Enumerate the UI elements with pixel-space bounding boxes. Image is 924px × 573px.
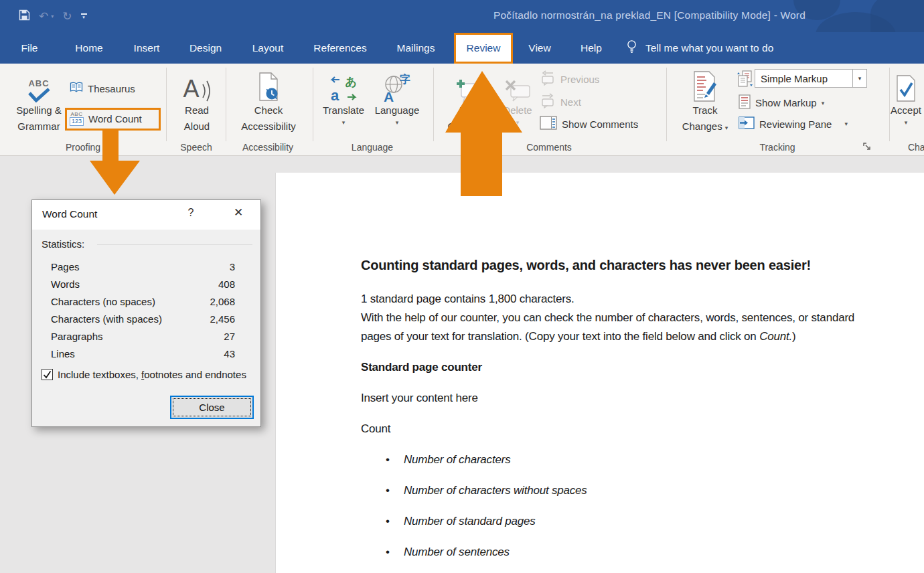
track-changes-icon (693, 67, 717, 102)
track-changes-dropdown-icon: ▾ (725, 125, 728, 131)
tab-file[interactable]: File (21, 32, 38, 64)
window-title: Počítadlo normostrán_na preklad_EN [Comp… (402, 9, 897, 21)
group-tracking: Tracking (759, 142, 795, 153)
show-markup-button[interactable]: Show Markup ▾ (739, 94, 824, 111)
group-speech: Speech (180, 142, 212, 153)
new-comment-button[interactable]: New Comment (443, 67, 495, 135)
doc-para1: 1 standard page contains 1,800 character… (361, 293, 574, 306)
word-count-highlight-box (65, 108, 161, 131)
read-aloud-label: Read (185, 102, 209, 118)
check-accessibility-label: Check (254, 102, 283, 118)
undo-icon[interactable]: ↶ (39, 11, 48, 22)
read-aloud-icon: A (183, 67, 210, 102)
ribbon-tab-row: File Home Insert Design Layout Reference… (0, 32, 924, 64)
tab-references[interactable]: References (313, 32, 366, 64)
doc-subheading: Standard page counter (361, 361, 482, 374)
stat-row-chars-no-spaces: Characters (no spaces)2,068 (51, 293, 235, 310)
stat-row-pages: Pages3 (51, 258, 235, 275)
title-bar: ↶ ▾ ↻ ▾ Počítadlo normostrán_na preklad_… (0, 0, 924, 32)
show-comments-button[interactable]: Show Comments (540, 116, 638, 132)
tab-review-label: Review (467, 42, 501, 54)
check-accessibility-icon (258, 67, 279, 102)
read-aloud-button[interactable]: A Read Aloud (173, 67, 221, 135)
tab-review-highlighted[interactable]: Review (454, 33, 513, 64)
accept-button[interactable]: Accept ▾ (887, 67, 924, 127)
stat-row-lines: Lines43 (51, 345, 235, 362)
quick-access-toolbar: ↶ ▾ ↻ ▾ (19, 0, 87, 32)
spelling-grammar-label: Spelling & (16, 102, 62, 118)
tab-design[interactable]: Design (189, 32, 222, 64)
accept-dropdown-icon: ▾ (905, 118, 908, 127)
save-icon[interactable] (19, 9, 30, 23)
show-comments-label: Show Comments (562, 118, 638, 130)
delete-comment-button[interactable]: Delete ▾ (498, 67, 537, 127)
redo-icon[interactable]: ↻ (62, 11, 72, 22)
show-comments-icon (540, 116, 557, 132)
tell-me-label: Tell me what you want to do (645, 42, 773, 54)
reviewing-pane-label: Reviewing Pane (759, 118, 832, 130)
previous-comment-label: Previous (560, 74, 599, 85)
reviewing-pane-icon (739, 116, 755, 131)
show-markup-icon (739, 94, 751, 111)
customize-quick-access-icon[interactable]: ▾ (81, 13, 87, 19)
tracking-dialog-launcher-icon[interactable] (862, 141, 871, 153)
check-accessibility-button[interactable]: Check Accessibility (231, 67, 306, 135)
track-changes-label: Track (693, 102, 718, 118)
include-textboxes-checkbox[interactable] (42, 369, 53, 380)
dialog-title: Word Count (42, 208, 97, 220)
display-for-review-value: Simple Markup (755, 70, 852, 87)
group-changes: Changes (908, 142, 924, 153)
language-button[interactable]: A 字 Language ▾ (368, 67, 426, 127)
tab-layout[interactable]: Layout (252, 32, 284, 64)
spelling-grammar-button[interactable]: ABC Spelling & Grammar (8, 67, 70, 135)
close-button[interactable]: Close (170, 396, 254, 419)
dialog-titlebar[interactable]: Word Count ? ✕ (32, 200, 260, 230)
reviewing-pane-dropdown-icon: ▾ (844, 120, 848, 127)
new-comment-icon (455, 67, 483, 102)
tab-mailings[interactable]: Mailings (397, 32, 435, 64)
dialog-close-icon[interactable]: ✕ (229, 206, 248, 220)
translate-button[interactable]: あ a Translate ▾ (320, 67, 367, 127)
track-changes-button[interactable]: Track Changes ▾ (678, 67, 733, 136)
document-page[interactable]: Counting standard pages, words, and char… (275, 173, 924, 573)
thesaurus-button[interactable]: Thesaurus (70, 82, 135, 95)
display-for-review-combobox[interactable]: Simple Markup ▾ (755, 69, 867, 88)
thesaurus-label: Thesaurus (88, 83, 135, 94)
next-comment-label: Next (560, 96, 581, 108)
translate-label: Translate (323, 102, 364, 118)
tab-help[interactable]: Help (581, 32, 602, 64)
delete-comment-label: Delete (503, 102, 532, 118)
group-comments: Comments (526, 142, 572, 153)
doc-para2-line1: With the help of our counter, you can ch… (361, 311, 854, 325)
thesaurus-icon (70, 82, 83, 95)
next-comment-icon (540, 93, 556, 110)
previous-comment-icon (540, 70, 556, 88)
doc-count-line: Count (361, 422, 390, 436)
previous-comment-button[interactable]: Previous (540, 70, 599, 88)
translate-dropdown-icon: ▾ (342, 118, 345, 127)
dialog-help-icon[interactable]: ? (182, 207, 200, 219)
stat-row-paragraphs: Paragraphs27 (51, 327, 235, 345)
tab-insert[interactable]: Insert (134, 32, 160, 64)
group-proofing: Proofing (66, 142, 100, 153)
delete-dropdown-icon: ▾ (516, 118, 520, 127)
doc-para2-line2: pages of your text for translation. (Cop… (361, 330, 795, 343)
undo-dropdown-icon[interactable]: ▾ (51, 13, 54, 19)
statistics-label: Statistics: (42, 238, 84, 250)
reviewing-pane-button[interactable]: Reviewing Pane ▾ (739, 116, 848, 131)
show-markup-label: Show Markup (755, 97, 817, 108)
language-dropdown-icon: ▾ (396, 118, 399, 127)
lightbulb-icon (627, 39, 637, 57)
display-for-review-icon (737, 70, 753, 91)
tab-home[interactable]: Home (75, 32, 102, 64)
doc-insert-line: Insert your content here (361, 392, 478, 405)
display-for-review-dropdown-icon[interactable]: ▾ (852, 70, 866, 87)
group-accessibility: Accessibility (242, 142, 293, 153)
new-comment-label: New (459, 102, 479, 118)
stat-row-words: Words408 (51, 275, 235, 293)
tab-view[interactable]: View (528, 32, 550, 64)
next-comment-button[interactable]: Next (540, 93, 581, 110)
language-label: Language (375, 102, 420, 118)
tell-me-box[interactable]: Tell me what you want to do (627, 32, 773, 64)
include-textboxes-label[interactable]: Include textboxes, footnotes and endnote… (58, 369, 246, 380)
